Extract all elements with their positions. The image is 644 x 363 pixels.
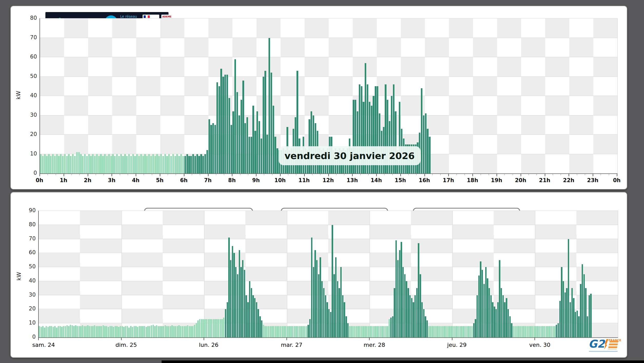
bar [257,309,259,337]
bar [92,326,93,337]
bar [244,123,246,173]
bar [58,326,59,337]
tick-mark [352,174,353,176]
bar [185,326,186,337]
bar [96,154,98,174]
y-tick-label: 60 [24,54,37,60]
bar [347,323,349,337]
bar [326,302,328,337]
bar [149,326,150,337]
bar [150,156,152,173]
bar [301,326,302,337]
bar [528,326,530,337]
bar [104,154,106,174]
bar [558,323,559,337]
bar [552,326,554,337]
bar [60,326,61,337]
bar [404,274,405,338]
bar [56,154,58,174]
bar [94,325,95,337]
bar [84,154,86,174]
bar [501,288,502,337]
bar [273,106,274,173]
minor-tick-mark [240,174,240,175]
bar [414,295,416,337]
tick-mark [534,338,535,340]
bar [587,316,588,337]
day-separator [287,211,287,337]
bar [199,319,200,337]
bar [130,156,132,173]
bar [39,326,40,337]
weekly-chart-plot[interactable] [38,211,618,338]
minor-tick-mark [384,174,384,175]
bar [380,326,381,337]
bar [509,316,511,337]
bar [506,298,507,337]
bar [256,302,257,337]
minor-tick-mark [577,174,577,175]
bar [520,326,521,337]
bar [48,154,49,174]
bar [62,156,64,173]
bar [50,156,52,173]
bar [99,326,100,337]
bar [74,156,76,173]
bar [523,326,524,337]
bar [151,325,152,337]
bar [544,326,545,337]
bar [525,326,526,337]
bar [394,288,395,337]
bar [68,326,69,337]
bar [137,327,138,337]
minor-tick-mark [128,174,128,175]
bar [411,298,412,337]
bar [435,326,437,337]
x-tick-label: 6h [180,177,188,183]
bar [585,288,586,337]
bar [242,260,243,337]
bar [389,319,390,337]
bar [344,302,345,337]
bar [112,154,114,174]
bar [113,327,114,337]
bar [451,326,452,337]
bar [104,326,105,337]
bar [378,326,380,337]
day-label: mar. 27 [281,342,302,348]
bar [196,323,197,337]
bar [429,137,430,173]
bar [233,253,235,337]
bar [197,320,199,337]
gridline [39,281,618,281]
bar [413,302,414,337]
bar [158,156,160,173]
x-tick-label: 3h [108,177,116,183]
bar [349,326,350,337]
bar [188,156,190,173]
tick-mark [472,174,473,176]
bar [459,326,461,337]
bar [144,154,146,174]
minor-tick-mark [104,174,104,175]
tick-mark [121,338,122,340]
minor-tick-mark [47,174,48,175]
bar [132,154,134,174]
bar [120,154,122,174]
bar [437,326,438,337]
minor-tick-mark [320,174,320,175]
gridline [40,115,617,115]
bar [58,156,60,173]
bar [163,326,164,337]
tick-mark [521,174,521,176]
minor-tick-mark [601,174,601,175]
bar [546,326,547,337]
bar [314,250,316,337]
bar [254,131,256,173]
bar [454,326,455,337]
bar [261,320,262,337]
g2e-wordmark: G2 [588,338,605,350]
bar [274,137,276,173]
bar [494,307,495,338]
minor-tick-mark [144,174,144,175]
